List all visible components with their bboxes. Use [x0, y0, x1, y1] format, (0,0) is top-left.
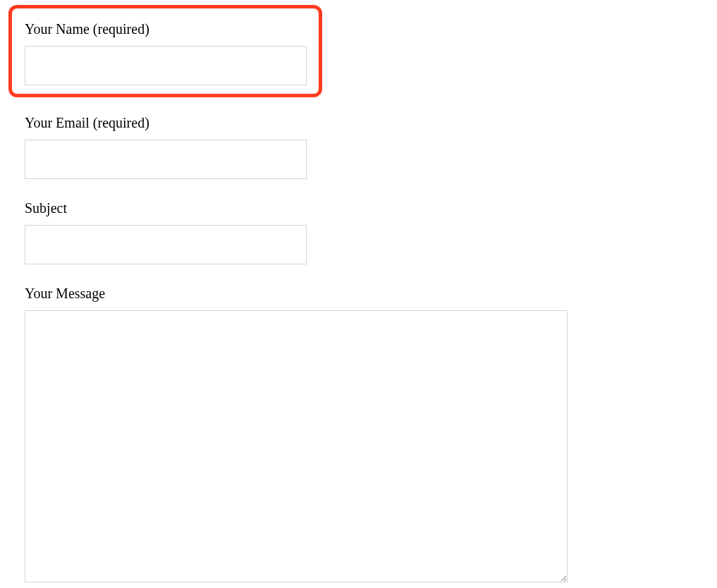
email-label: Your Email (required)	[25, 115, 692, 131]
message-field-group: Your Message	[25, 286, 692, 585]
subject-label: Subject	[25, 200, 692, 216]
subject-field-group: Subject	[25, 200, 692, 264]
email-field-group: Your Email (required)	[25, 115, 692, 179]
email-input[interactable]	[25, 140, 307, 179]
contact-form: Your Name (required) Your Email (require…	[25, 5, 692, 585]
message-textarea[interactable]	[25, 310, 568, 582]
message-label: Your Message	[25, 286, 692, 302]
name-field-highlighted: Your Name (required)	[8, 5, 322, 97]
name-label: Your Name (required)	[25, 21, 306, 37]
subject-input[interactable]	[25, 225, 307, 264]
name-input[interactable]	[25, 46, 307, 85]
